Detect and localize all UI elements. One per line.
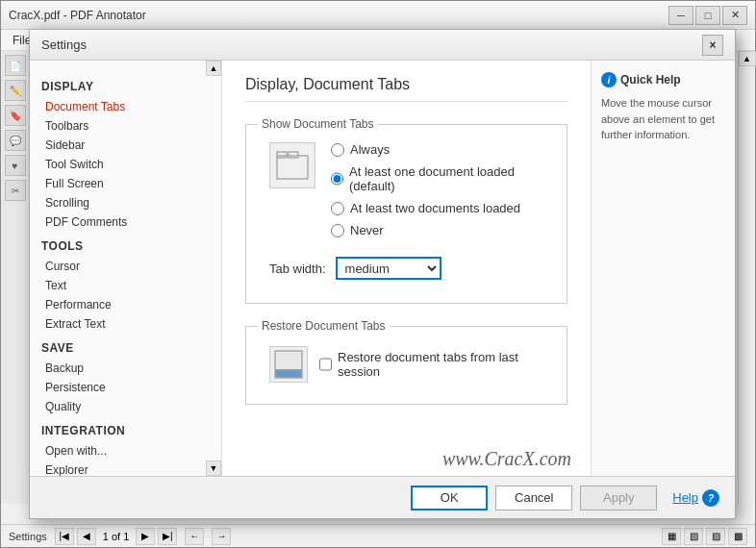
ok-button[interactable]: OK [411,486,488,511]
nav-item-pdf-comments[interactable]: PDF Comments [38,212,214,232]
apply-button: Apply [580,486,657,511]
maximize-button[interactable]: □ [695,6,720,25]
nav-item-open-with[interactable]: Open with... [38,441,214,461]
radio-two-docs-label: At least two documents loaded [350,201,520,215]
page-nav: |◀ ◀ 1 of 1 ▶ ▶| [55,528,178,545]
help-title: i Quick Help [601,72,725,87]
nav-forward-button[interactable]: → [212,528,231,545]
nav-item-performance[interactable]: Performance [38,295,214,314]
nav-section-integration: INTEGRATION [41,424,214,437]
panel-icon-3[interactable]: 🔖 [5,105,26,126]
nav-item-extract-text[interactable]: Extract Text [38,314,214,334]
nav-item-full-screen[interactable]: Full Screen [38,174,214,193]
show-tabs-inner: Always At least one document loaded (def… [258,135,555,249]
nav-item-backup[interactable]: Backup [38,359,214,378]
nav-item-explorer[interactable]: Explorer [38,461,214,476]
nav-section-display: DISPLAY [41,80,214,93]
watermark: www.CracX.com [442,448,571,470]
radio-always-input[interactable] [331,143,344,157]
nav-panel: ▲ DISPLAY Document Tabs Toolbars Sidebar… [30,61,222,476]
nav-scroll-up-button[interactable]: ▲ [206,61,221,76]
help-link[interactable]: Help ? [672,489,719,507]
status-icons: ▦ ▧ ▨ ▩ [662,528,747,545]
restore-tabs-legend: Restore Document Tabs [258,319,390,333]
content-title: Display, Document Tabs [245,76,567,102]
status-icon-1[interactable]: ▦ [662,528,681,545]
nav-item-tool-switch[interactable]: Tool Switch [38,155,214,174]
svg-rect-1 [277,152,287,158]
page-prev-button[interactable]: ◀ [77,528,96,545]
minimize-button[interactable]: ─ [668,6,693,25]
help-panel: i Quick Help Move the mouse cursor above… [591,61,735,476]
panel-icon-4[interactable]: 💬 [5,130,26,151]
nav-item-document-tabs[interactable]: Document Tabs [38,97,214,116]
dialog-close-button[interactable]: × [702,35,723,56]
radio-never-input[interactable] [331,224,344,237]
main-content: Display, Document Tabs Show Document Tab… [222,61,591,476]
dialog-titlebar: Settings × [30,30,735,61]
help-info-icon: i [601,72,617,87]
page-next-button[interactable]: ▶ [136,528,155,545]
status-settings-label: Settings [9,531,47,542]
show-tabs-fieldset: Show Document Tabs [245,117,567,304]
dialog-title: Settings [41,37,702,52]
app-right-panel: ▲ [738,51,755,504]
nav-item-cursor[interactable]: Cursor [38,257,214,276]
restore-section-inner: Restore document tabs from last session [258,336,555,392]
svg-rect-3 [275,351,302,370]
radio-two-docs[interactable]: At least two documents loaded [331,201,543,215]
status-icon-2[interactable]: ▧ [684,528,703,545]
page-last-button[interactable]: ▶| [158,528,177,545]
page-info: 1 of 1 [99,531,134,542]
radio-never[interactable]: Never [331,223,543,237]
radio-never-label: Never [350,223,384,237]
app-titlebar: CracX.pdf - PDF Annotator ─ □ ✕ [1,1,755,30]
close-button[interactable]: ✕ [722,6,747,25]
help-link-icon: ? [702,489,719,507]
panel-icon-5[interactable]: ♥ [5,155,26,176]
tab-width-select[interactable]: small medium large [336,257,441,280]
tab-width-label: Tab width: [269,262,326,276]
app-statusbar: Settings |◀ ◀ 1 of 1 ▶ ▶| ← → ▦ ▧ ▨ ▩ [1,524,755,547]
show-tabs-options: Always At least one document loaded (def… [331,142,543,237]
radio-always-label: Always [350,142,390,157]
restore-icon [269,346,308,383]
app-controls: ─ □ ✕ [668,6,747,25]
panel-icon-6[interactable]: ✂ [5,180,26,201]
panel-icon-2[interactable]: ✏️ [5,80,26,101]
dialog-footer: OK Cancel Apply Help ? [30,476,735,518]
status-icon-3[interactable]: ▨ [706,528,725,545]
nav-item-persistence[interactable]: Persistence [38,378,214,397]
radio-always[interactable]: Always [331,142,543,157]
app-left-panel: 📄 ✏️ 🔖 💬 ♥ ✂ [1,51,30,504]
page-first-button[interactable]: |◀ [55,528,74,545]
status-icon-4[interactable]: ▩ [728,528,747,545]
scroll-up-arrow[interactable]: ▲ [739,51,756,66]
help-title-text: Quick Help [620,73,681,87]
nav-item-sidebar[interactable]: Sidebar [38,136,214,155]
document-tabs-icon [269,142,315,188]
dialog-body: ▲ DISPLAY Document Tabs Toolbars Sidebar… [30,61,735,476]
nav-item-scrolling[interactable]: Scrolling [38,193,214,212]
app-title: CracX.pdf - PDF Annotator [9,9,668,22]
radio-one-doc-label: At least one document loaded (default) [349,164,543,193]
restore-checkbox-row[interactable]: Restore document tabs from last session [319,350,543,379]
svg-rect-4 [275,370,302,378]
radio-one-doc-input[interactable] [331,172,343,186]
restore-checkbox-input[interactable] [319,358,332,371]
show-tabs-legend: Show Document Tabs [258,117,378,131]
nav-item-toolbars[interactable]: Toolbars [38,116,214,136]
panel-icon-1[interactable]: 📄 [5,55,26,76]
nav-item-quality[interactable]: Quality [38,397,214,416]
restore-checkbox-label: Restore document tabs from last session [338,350,543,379]
nav-scroll-down-button[interactable]: ▼ [206,461,221,476]
restore-tabs-fieldset: Restore Document Tabs Restore document [245,319,567,405]
nav-item-text[interactable]: Text [38,276,214,295]
radio-two-docs-input[interactable] [331,202,344,215]
nav-back-button[interactable]: ← [185,528,204,545]
radio-one-doc[interactable]: At least one document loaded (default) [331,164,543,193]
settings-dialog: Settings × ▲ DISPLAY Document Tabs Toolb… [29,29,736,519]
svg-rect-2 [289,152,298,158]
cancel-button[interactable]: Cancel [495,486,572,511]
help-link-text: Help [672,490,698,505]
